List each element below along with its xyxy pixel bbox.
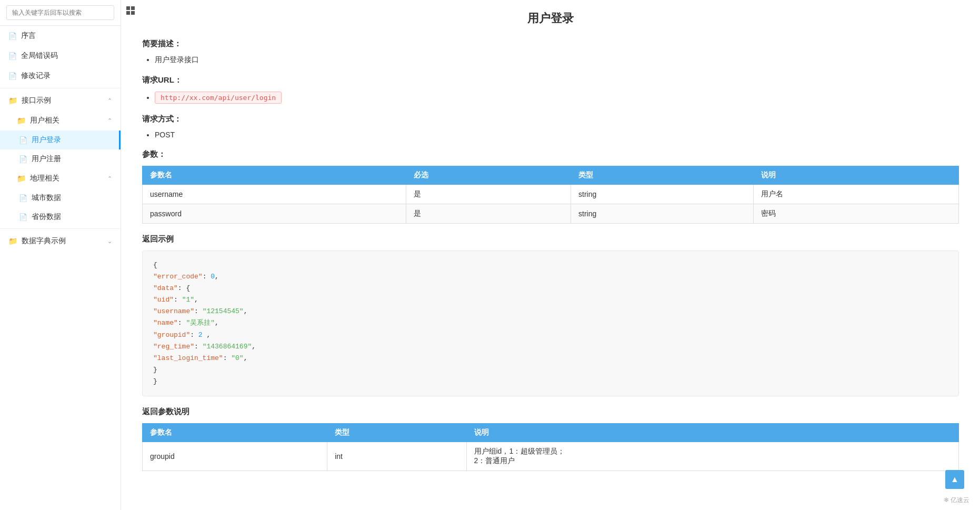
table-row: groupidint用户组id，1：超级管理员； 2：普通用户 [143,442,959,471]
params-table: 参数名 必选 类型 说明 username是string用户名password是… [142,166,959,224]
brief-title: 简要描述： [142,39,959,49]
main-content: 用户登录 简要描述： 用户登录接口 请求URL： http://xx.com/a… [121,0,980,510]
doc-icon: 📄 [8,32,17,40]
sidebar-item-changelog[interactable]: 📄 修改记录 [0,66,121,86]
table-cell: int [327,442,466,471]
chevron-down-icon: ⌄ [107,238,112,245]
doc-icon: 📄 [8,52,17,60]
folder-icon: 📁 [8,237,17,245]
chevron-up-icon: ⌃ [107,175,112,182]
doc-icon: 📄 [19,155,27,163]
doc-icon: 📄 [19,213,27,221]
sidebar-item-city-data[interactable]: 📄 城市数据 [0,188,121,207]
ret-col-name: 参数名 [143,424,327,442]
folder-icon: 📁 [17,116,26,125]
grid-toggle-icon [126,6,135,15]
search-input[interactable] [6,5,114,20]
sidebar-item-user-login[interactable]: 📄 用户登录 [0,131,121,149]
table-cell: 是 [406,204,571,224]
sidebar-item-preface[interactable]: 📄 序言 [0,26,121,46]
table-cell: string [571,204,754,224]
return-params-title: 返回参数说明 [142,407,959,417]
ret-col-desc: 说明 [466,424,959,442]
sidebar-item-province-data[interactable]: 📄 省份数据 [0,207,121,226]
doc-icon: 📄 [19,136,27,144]
table-cell: 用户名 [754,185,959,204]
scroll-to-top-button[interactable]: ▲ [945,470,964,489]
params-col-desc: 说明 [754,166,959,185]
params-title: 参数： [142,149,959,159]
chevron-up-icon: ⌃ [107,97,112,104]
doc-icon: 📄 [19,194,27,202]
url-title: 请求URL： [142,75,959,85]
method-title: 请求方式： [142,114,959,124]
sidebar-item-user-group[interactable]: 📁 用户相关 ⌃ [0,111,121,131]
method-value: POST [155,131,959,139]
chevron-up-icon: ⌃ [107,117,112,124]
code-block: { "error_code": 0, "data": { "uid": "1",… [142,251,959,396]
topbar-toggle[interactable] [126,6,135,15]
url-item: http://xx.com/api/user/login [155,92,959,104]
table-cell: 用户组id，1：超级管理员； 2：普通用户 [466,442,959,471]
table-cell: username [143,185,406,204]
sidebar-item-api-examples[interactable]: 📁 接口示例 ⌃ [0,91,121,111]
table-cell: string [571,185,754,204]
params-col-name: 参数名 [143,166,406,185]
table-cell: 密码 [754,204,959,224]
return-example-title: 返回示例 [142,234,959,244]
brief-list: 用户登录接口 [142,55,959,65]
table-row: username是string用户名 [143,185,959,204]
params-col-required: 必选 [406,166,571,185]
folder-icon: 📁 [17,174,26,183]
table-cell: 是 [406,185,571,204]
page-title: 用户登录 [142,11,959,26]
search-box [0,0,121,26]
footer-logo: ❄ 亿速云 [944,496,969,505]
return-params-table: 参数名 类型 说明 groupidint用户组id，1：超级管理员； 2：普通用… [142,423,959,471]
params-col-type: 类型 [571,166,754,185]
sidebar-item-user-register[interactable]: 📄 用户注册 [0,149,121,168]
ret-col-type: 类型 [327,424,466,442]
method-list: POST [142,131,959,139]
sidebar-item-geo-group[interactable]: 📁 地理相关 ⌃ [0,168,121,188]
table-cell: password [143,204,406,224]
url-badge[interactable]: http://xx.com/api/user/login [155,92,282,104]
url-list: http://xx.com/api/user/login [142,92,959,104]
folder-icon: 📁 [8,96,17,105]
sidebar-item-data-dict[interactable]: 📁 数据字典示例 ⌄ [0,231,121,251]
sidebar-item-error-codes[interactable]: 📄 全局错误码 [0,46,121,66]
brief-content: 用户登录接口 [155,55,959,65]
table-row: password是string密码 [143,204,959,224]
doc-icon: 📄 [8,72,17,80]
sidebar: 📄 序言 📄 全局错误码 📄 修改记录 📁 接口示例 ⌃ 📁 用户相关 ⌃ 📄 … [0,0,121,510]
table-cell: groupid [143,442,327,471]
